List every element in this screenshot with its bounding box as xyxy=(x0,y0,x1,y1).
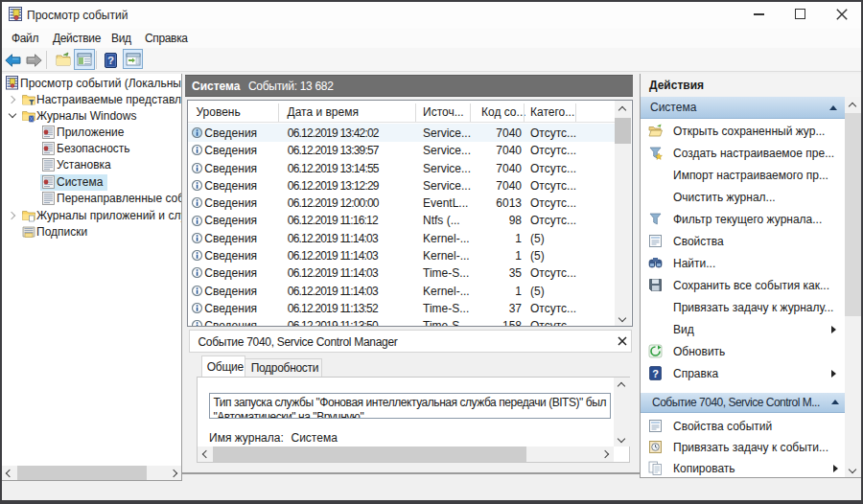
svg-text:?: ? xyxy=(107,55,114,66)
svg-text:?: ? xyxy=(652,368,659,379)
